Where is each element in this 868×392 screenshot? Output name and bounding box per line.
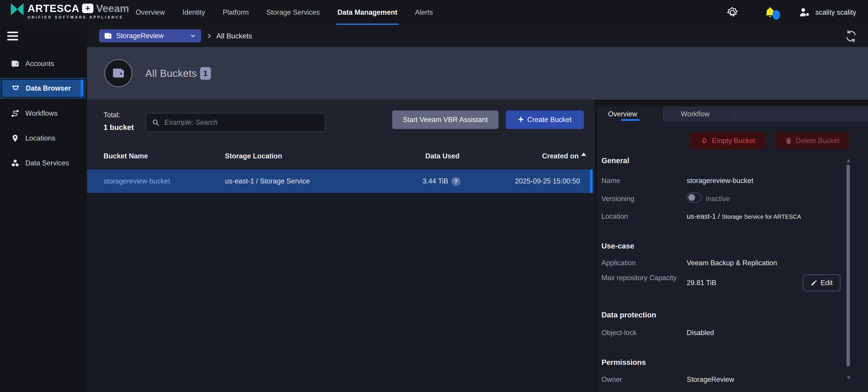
account-selector-dropdown[interactable]: StorageReview bbox=[99, 29, 201, 42]
notification-badge-dot bbox=[772, 10, 780, 20]
main-nav: Overview Identity Platform Storage Servi… bbox=[135, 0, 433, 25]
plus-icon: + bbox=[518, 114, 524, 125]
breadcrumb-separator-icon bbox=[206, 25, 212, 47]
delete-bucket-label: Delete Bucket bbox=[796, 137, 839, 145]
max-repository-capacity-label: Max repository Capacity bbox=[601, 273, 678, 283]
total-value: 1 bucket bbox=[103, 123, 134, 132]
user-name: scality scality bbox=[815, 8, 856, 17]
artesca-logo-icon bbox=[10, 3, 24, 16]
chevron-down-icon bbox=[190, 33, 196, 39]
nav-storage-services[interactable]: Storage Services bbox=[267, 0, 320, 25]
logo-text: ARTESCA + Veeam UNIFIED SOFTWARE APPLIAN… bbox=[28, 3, 129, 20]
top-bar: ARTESCA + Veeam UNIFIED SOFTWARE APPLIAN… bbox=[0, 0, 868, 25]
notifications-bell-icon[interactable] bbox=[764, 6, 776, 19]
row-selection-bar bbox=[590, 169, 593, 193]
total-label: Total: bbox=[103, 111, 120, 119]
tab-divider bbox=[663, 109, 664, 119]
tab-divider bbox=[734, 109, 735, 119]
sidebar-item-data-services[interactable]: Data Services bbox=[0, 156, 87, 170]
sidebar-item-label: Workflows bbox=[25, 109, 57, 118]
sidebar-collapse-button[interactable] bbox=[7, 32, 18, 40]
location-detail: Storage Service for ARTESCA bbox=[722, 213, 801, 220]
max-repository-capacity-value: 29.81 TiB bbox=[687, 279, 716, 287]
start-veeam-vbr-assistant-button[interactable]: Start Veeam VBR Assistant bbox=[392, 110, 498, 129]
column-created-on[interactable]: Created on bbox=[505, 152, 579, 160]
logo-plus-icon: + bbox=[82, 4, 93, 13]
scrollbar-thumb[interactable] bbox=[846, 164, 850, 366]
sidebar-item-accounts[interactable]: Accounts bbox=[0, 57, 87, 71]
column-storage-location[interactable]: Storage Location bbox=[225, 152, 282, 160]
name-label: Name bbox=[601, 177, 620, 185]
section-general-title: General bbox=[601, 156, 629, 165]
search-input[interactable] bbox=[164, 119, 320, 127]
active-tab-indicator bbox=[621, 119, 640, 121]
location-region: us-east-1 / bbox=[687, 213, 722, 220]
empty-bucket-label: Empty Bucket bbox=[712, 137, 755, 145]
cubes-icon bbox=[11, 159, 20, 167]
search-icon bbox=[152, 119, 160, 127]
page-header: All Buckets 1 bbox=[87, 47, 868, 100]
application-label: Application bbox=[601, 259, 636, 267]
breadcrumb: StorageReview All Buckets bbox=[87, 25, 868, 47]
page-title: All Buckets bbox=[145, 47, 197, 100]
bucket-created-on: 2025-09-25 15:00:50 bbox=[506, 169, 580, 193]
sidebar-item-locations[interactable]: Locations bbox=[0, 131, 87, 145]
panel-tabstrip: Overview Workflow bbox=[597, 106, 868, 122]
wallet-icon bbox=[112, 67, 125, 80]
bucket-list-section: Total: 1 bucket Start Veeam VBR Assistan… bbox=[87, 100, 594, 392]
column-data-used[interactable]: Data Used bbox=[403, 152, 460, 160]
sidebar: Accounts Data Browser Workflows bbox=[0, 25, 87, 392]
refresh-icon[interactable] bbox=[845, 30, 857, 42]
sidebar-item-label: Locations bbox=[25, 134, 55, 142]
column-bucket-name[interactable]: Bucket Name bbox=[103, 152, 148, 160]
tab-overview[interactable]: Overview bbox=[597, 106, 663, 122]
wallet-icon bbox=[11, 59, 20, 68]
create-bucket-label: Create Bucket bbox=[527, 116, 572, 124]
nav-platform[interactable]: Platform bbox=[223, 0, 249, 25]
empty-bucket-button[interactable]: Empty Bucket bbox=[690, 132, 766, 149]
toggle-knob bbox=[688, 194, 695, 201]
scrollbar-up-arrow[interactable] bbox=[847, 159, 850, 162]
logo-brand: ARTESCA bbox=[28, 3, 79, 14]
create-bucket-button[interactable]: + Create Bucket bbox=[506, 110, 584, 129]
data-used-help-icon[interactable]: ? bbox=[452, 177, 460, 186]
object-lock-label: Object-lock bbox=[601, 329, 637, 337]
sidebar-item-workflows[interactable]: Workflows bbox=[0, 106, 87, 121]
settings-gear-icon[interactable] bbox=[726, 6, 739, 19]
selected-account-label: StorageReview bbox=[116, 32, 186, 40]
user-menu[interactable]: scality scality bbox=[798, 6, 856, 18]
table-empty-area bbox=[87, 193, 594, 392]
section-use-case-title: Use-case bbox=[601, 242, 634, 250]
bucket-name-link[interactable]: storagereview-bucket bbox=[103, 169, 170, 193]
sidebar-item-data-browser[interactable]: Data Browser bbox=[0, 78, 86, 99]
tab-workflow[interactable]: Workflow bbox=[681, 106, 710, 122]
logo-partner: Veeam bbox=[96, 3, 129, 14]
nav-overview[interactable]: Overview bbox=[135, 0, 165, 25]
table-row[interactable]: storagereview-bucket us-east-1 / Storage… bbox=[87, 169, 593, 193]
delete-bucket-button[interactable]: Delete Bucket bbox=[775, 132, 849, 149]
owner-label: Owner bbox=[601, 375, 622, 384]
wallet-icon bbox=[104, 32, 112, 40]
versioning-toggle[interactable] bbox=[687, 193, 701, 202]
bucket-data-used: 3.44 TiB bbox=[392, 169, 448, 193]
application-value: Veeam Backup & Replication bbox=[687, 259, 777, 267]
nav-data-management[interactable]: Data Management bbox=[338, 0, 397, 25]
nav-identity[interactable]: Identity bbox=[182, 0, 205, 25]
sort-ascending-icon[interactable] bbox=[581, 153, 586, 156]
eraser-droplet-icon bbox=[701, 137, 708, 144]
scrollbar-down-arrow[interactable] bbox=[847, 377, 850, 379]
user-gear-icon bbox=[798, 6, 811, 18]
nav-alerts[interactable]: Alerts bbox=[415, 0, 433, 25]
workflow-route-icon bbox=[11, 109, 20, 118]
edit-capacity-button[interactable]: Edit bbox=[803, 274, 840, 291]
bucket-search bbox=[146, 113, 326, 132]
object-lock-value: Disabled bbox=[687, 329, 714, 337]
sidebar-item-label: Data Services bbox=[25, 159, 69, 167]
app-screen: ARTESCA + Veeam UNIFIED SOFTWARE APPLIAN… bbox=[0, 0, 868, 392]
location-value: us-east-1 / Storage Service for ARTESCA bbox=[687, 213, 801, 221]
bucket-storage-location: us-east-1 / Storage Service bbox=[225, 169, 310, 193]
versioning-state: Inactive bbox=[706, 195, 730, 203]
map-pin-icon bbox=[11, 134, 20, 142]
app-logo: ARTESCA + Veeam UNIFIED SOFTWARE APPLIAN… bbox=[10, 3, 129, 20]
edit-label: Edit bbox=[820, 279, 833, 287]
